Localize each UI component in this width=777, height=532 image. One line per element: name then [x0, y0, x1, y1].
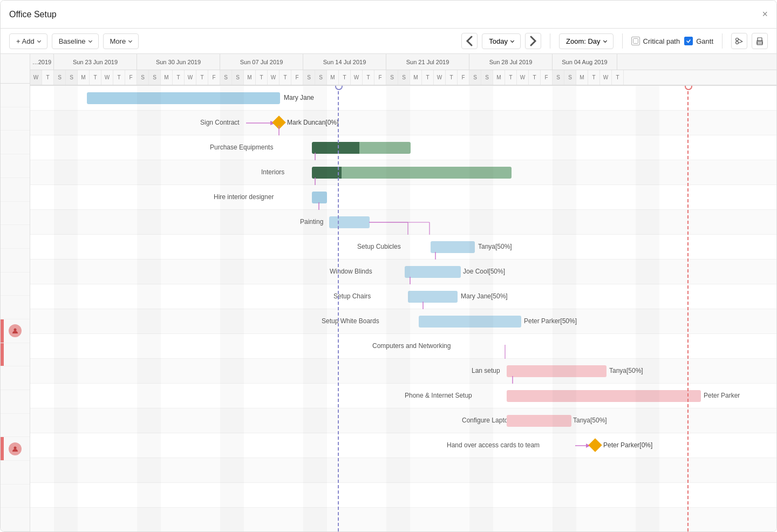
week-cell-7: Sun 04 Aug 2019 [553, 54, 617, 70]
print-icon [755, 37, 764, 45]
day-s7: S [303, 70, 315, 85]
critical-path-label: Critical path [643, 37, 680, 45]
next-button[interactable] [525, 33, 541, 49]
interiors-label: Interiors [261, 168, 284, 176]
day-w1: W [101, 70, 113, 85]
prev-button[interactable] [461, 33, 478, 49]
gantt-toggle[interactable]: Gantt [684, 37, 713, 45]
day-t13: T [505, 70, 517, 85]
svg-line-3 [738, 39, 742, 42]
left-panel-row-16 [1, 437, 30, 461]
tanya-laptops-label: Tanya[50%] [573, 417, 607, 424]
zoom-button[interactable]: Zoom: Day [559, 33, 614, 49]
svg-line-4 [738, 42, 742, 43]
cubicles-bar[interactable] [431, 241, 475, 253]
gantt-body: Mary Jane Sign Contract Mark Duncan[0%] [30, 86, 776, 531]
left-panel-row-9 [1, 272, 30, 296]
day-m6: M [493, 70, 505, 85]
day-s2: S [66, 70, 78, 85]
blinds-bar[interactable] [405, 266, 461, 278]
day-m4: M [327, 70, 339, 85]
mary-jane-bar[interactable] [87, 92, 280, 104]
left-panel-row-4 [1, 154, 30, 178]
red-bar-2 [1, 343, 4, 366]
svg-point-9 [14, 446, 17, 449]
weekend-overlay-1 [54, 86, 78, 531]
gantt-checkbox[interactable] [684, 37, 693, 45]
day-s3: S [137, 70, 149, 85]
day-s14: S [564, 70, 576, 85]
week-cell-1: Sun 23 Jun 2019 [54, 54, 137, 70]
red-bar-3 [1, 437, 4, 460]
svg-point-2 [736, 42, 739, 44]
day-w2: W [185, 70, 196, 85]
day-s11: S [469, 70, 481, 85]
day-t5: T [173, 70, 185, 85]
day-m3: M [244, 70, 256, 85]
close-button[interactable]: × [762, 9, 768, 20]
day-w6: W [517, 70, 529, 85]
peter-parker-phone-label: Peter Parker [704, 392, 740, 399]
more-label: More [110, 37, 126, 45]
day-t10: T [363, 70, 374, 85]
day-s9: S [386, 70, 398, 85]
scissors-icon [735, 37, 744, 45]
svg-rect-0 [633, 39, 638, 44]
scissors-button[interactable] [731, 33, 747, 49]
day-t15: T [588, 70, 600, 85]
day-row: W T S S M T W T F S S M T W T [30, 70, 776, 85]
zoom-label: Zoom: Day [566, 37, 601, 45]
phone-bar[interactable] [507, 390, 701, 402]
week-cell-2: Sun 30 Jun 2019 [137, 54, 220, 70]
window-title: Office Setup [9, 10, 57, 19]
weekend-overlay-3 [220, 86, 244, 531]
day-m2: M [161, 70, 173, 85]
week-row: …2019 Sun 23 Jun 2019 Sun 30 Jun 2019 Su… [30, 54, 776, 70]
day-m7: M [576, 70, 588, 85]
week-cell-4: Sun 14 Jul 2019 [303, 54, 386, 70]
day-w7: W [600, 70, 612, 85]
day-f4: F [374, 70, 386, 85]
gantt-container: …2019 Sun 23 Jun 2019 Sun 30 Jun 2019 Su… [1, 54, 776, 531]
day-t14: T [529, 70, 541, 85]
day-s8: S [315, 70, 327, 85]
add-button[interactable]: + Add [9, 33, 47, 49]
print-button[interactable] [752, 33, 768, 49]
today-button[interactable]: Today [482, 33, 521, 49]
week-cell-3: Sun 07 Jul 2019 [220, 54, 303, 70]
add-label: + Add [16, 37, 35, 45]
user-icon-1 [11, 327, 19, 335]
day-t8: T [280, 70, 291, 85]
left-panel-row-15 [1, 414, 30, 438]
separator-3 [722, 33, 723, 49]
left-panel-row-6 [1, 202, 30, 226]
left-panel-row-2 [1, 107, 30, 131]
left-panel-row-17 [1, 461, 30, 485]
left-panel-row-1 [1, 84, 30, 107]
baseline-button[interactable]: Baseline [52, 33, 99, 49]
left-panel-row-8 [1, 249, 30, 272]
svg-point-1 [736, 38, 739, 41]
day-t11: T [422, 70, 434, 85]
more-button[interactable]: More [103, 33, 139, 49]
chairs-bar[interactable] [408, 291, 458, 303]
next-icon [526, 33, 541, 49]
critical-path-toggle[interactable]: Critical path [631, 37, 680, 45]
day-s13: S [553, 70, 564, 85]
day-t16: T [612, 70, 624, 85]
day-t12: T [446, 70, 458, 85]
today-label: Today [489, 37, 508, 45]
user-icon-2 [11, 445, 19, 453]
gantt-chart: …2019 Sun 23 Jun 2019 Sun 30 Jun 2019 Su… [30, 54, 776, 531]
checkmark-icon [686, 38, 691, 44]
weekend-overlay-4 [303, 86, 327, 531]
avatar-1 [9, 324, 22, 337]
baseline-label: Baseline [59, 37, 86, 45]
task-panel [1, 54, 30, 531]
critical-path-checkbox[interactable] [631, 37, 640, 45]
day-m5: M [410, 70, 422, 85]
day-s4: S [149, 70, 161, 85]
separator-1 [550, 33, 550, 49]
left-panel-row-14 [1, 390, 30, 414]
chairs-label: Setup Chairs [333, 292, 371, 300]
